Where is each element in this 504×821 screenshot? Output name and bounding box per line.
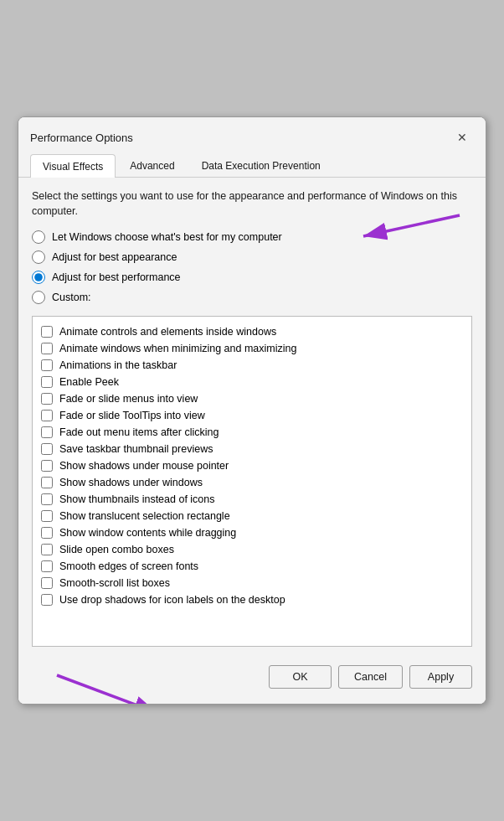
cb-fade-menu-items[interactable]: Fade out menu items after clicking xyxy=(41,424,463,441)
radio-custom-label: Custom: xyxy=(52,292,91,303)
cb-fade-menu-items-input[interactable] xyxy=(41,426,53,438)
radio-best-performance[interactable]: Adjust for best performance xyxy=(32,271,472,284)
apply-button[interactable]: Apply xyxy=(409,665,472,689)
cb-animate-windows-input[interactable] xyxy=(41,343,53,354)
title-bar: Performance Options ✕ xyxy=(18,117,486,154)
cb-fade-slide-tooltips-input[interactable] xyxy=(41,410,53,421)
close-button[interactable]: ✕ xyxy=(450,126,474,149)
cb-slide-combo-input[interactable] xyxy=(41,544,53,555)
cb-taskbar-thumbnails-input[interactable] xyxy=(41,443,53,455)
cb-shadow-mouse-input[interactable] xyxy=(41,460,53,472)
cb-drop-shadows-icons-input[interactable] xyxy=(41,594,53,606)
cb-slide-combo[interactable]: Slide open combo boxes xyxy=(41,541,463,558)
cb-drop-shadows-icons-label: Use drop shadows for icon labels on the … xyxy=(59,594,285,606)
cb-translucent-selection[interactable]: Show translucent selection rectangle xyxy=(41,508,463,524)
cb-fade-slide-tooltips-label: Fade or slide ToolTips into view xyxy=(59,410,205,421)
cb-window-contents-drag[interactable]: Show window contents while dragging xyxy=(41,524,463,541)
tab-data-execution-prevention[interactable]: Data Execution Prevention xyxy=(189,154,333,177)
cb-shadow-mouse[interactable]: Show shadows under mouse pointer xyxy=(41,457,463,474)
cb-window-contents-drag-label: Show window contents while dragging xyxy=(59,527,236,539)
cb-smooth-scroll[interactable]: Smooth-scroll list boxes xyxy=(41,575,463,591)
cb-fade-menu-items-label: Fade out menu items after clicking xyxy=(59,426,219,438)
cancel-button[interactable]: Cancel xyxy=(338,665,403,689)
radio-best-appearance-input[interactable] xyxy=(32,250,45,264)
cb-smooth-scroll-label: Smooth-scroll list boxes xyxy=(59,577,170,589)
cb-window-contents-drag-input[interactable] xyxy=(41,527,53,539)
cb-animate-controls[interactable]: Animate controls and elements inside win… xyxy=(41,323,463,340)
cb-animate-controls-label: Animate controls and elements inside win… xyxy=(59,326,276,338)
effects-list[interactable]: Animate controls and elements inside win… xyxy=(32,316,472,647)
ok-button[interactable]: OK xyxy=(269,665,332,689)
arrow-indicator xyxy=(313,207,464,257)
cb-animate-controls-input[interactable] xyxy=(41,326,53,338)
cb-fade-slide-menus-label: Fade or slide menus into view xyxy=(59,393,198,405)
cb-thumbnails-icons-input[interactable] xyxy=(41,493,53,505)
cb-fade-slide-tooltips[interactable]: Fade or slide ToolTips into view xyxy=(41,407,463,424)
radio-let-windows-input[interactable] xyxy=(32,230,45,244)
cb-thumbnails-icons-label: Show thumbnails instead of icons xyxy=(59,493,215,505)
radio-best-appearance-label: Adjust for best appearance xyxy=(52,251,177,263)
cb-shadow-windows-label: Show shadows under windows xyxy=(59,477,203,488)
cb-enable-peek-input[interactable] xyxy=(41,376,53,388)
cb-enable-peek[interactable]: Enable Peek xyxy=(41,374,463,390)
cb-shadow-mouse-label: Show shadows under mouse pointer xyxy=(59,460,229,472)
cb-animations-taskbar-label: Animations in the taskbar xyxy=(59,359,177,371)
cb-translucent-selection-label: Show translucent selection rectangle xyxy=(59,510,230,522)
cb-smooth-fonts[interactable]: Smooth edges of screen fonts xyxy=(41,558,463,575)
tab-visual-effects[interactable]: Visual Effects xyxy=(30,154,116,178)
ok-arrow-indicator xyxy=(49,667,216,705)
radio-custom-input[interactable] xyxy=(32,291,45,304)
cb-taskbar-thumbnails[interactable]: Save taskbar thumbnail previews xyxy=(41,441,463,457)
tab-bar: Visual Effects Advanced Data Execution P… xyxy=(18,154,486,178)
cb-fade-slide-menus[interactable]: Fade or slide menus into view xyxy=(41,390,463,407)
radio-let-windows-label: Let Windows choose what's best for my co… xyxy=(52,231,282,243)
content-area: Select the settings you want to use for … xyxy=(18,178,486,704)
performance-options-window: Performance Options ✕ Visual Effects Adv… xyxy=(18,116,486,705)
cb-animations-taskbar[interactable]: Animations in the taskbar xyxy=(41,357,463,374)
cb-taskbar-thumbnails-label: Save taskbar thumbnail previews xyxy=(59,443,213,455)
cb-slide-combo-label: Slide open combo boxes xyxy=(59,544,174,555)
radio-best-performance-label: Adjust for best performance xyxy=(52,271,181,283)
cb-smooth-scroll-input[interactable] xyxy=(41,577,53,589)
cb-smooth-fonts-input[interactable] xyxy=(41,560,53,572)
radio-custom[interactable]: Custom: xyxy=(32,291,472,304)
cb-animate-windows-label: Animate windows when minimizing and maxi… xyxy=(59,343,296,354)
radio-best-performance-input[interactable] xyxy=(32,271,45,284)
cb-animate-windows[interactable]: Animate windows when minimizing and maxi… xyxy=(41,340,463,357)
tab-advanced[interactable]: Advanced xyxy=(117,154,187,177)
cb-shadow-windows-input[interactable] xyxy=(41,477,53,488)
cb-thumbnails-icons[interactable]: Show thumbnails instead of icons xyxy=(41,491,463,508)
cb-shadow-windows[interactable]: Show shadows under windows xyxy=(41,474,463,491)
cb-fade-slide-menus-input[interactable] xyxy=(41,393,53,405)
cb-smooth-fonts-label: Smooth edges of screen fonts xyxy=(59,560,198,572)
window-title: Performance Options xyxy=(30,132,133,144)
cb-translucent-selection-input[interactable] xyxy=(41,510,53,522)
cb-enable-peek-label: Enable Peek xyxy=(59,376,119,388)
cb-drop-shadows-icons[interactable]: Use drop shadows for icon labels on the … xyxy=(41,591,463,608)
cb-animations-taskbar-input[interactable] xyxy=(41,359,53,371)
